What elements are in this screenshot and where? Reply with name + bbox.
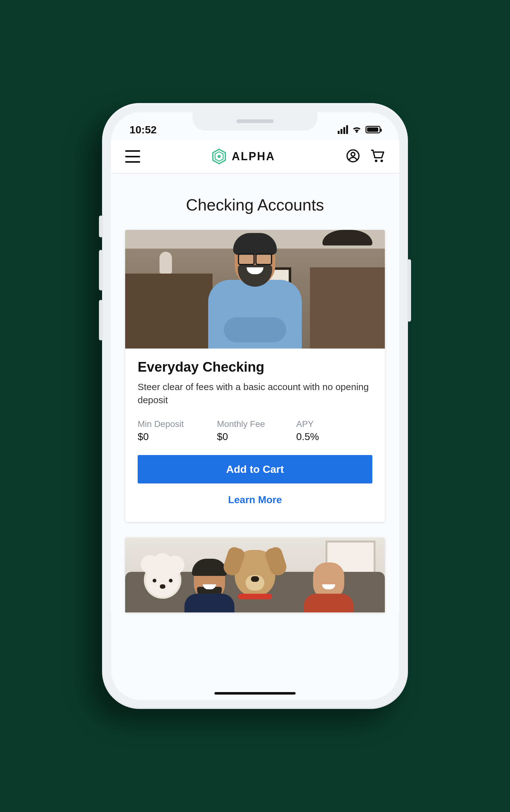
battery-icon — [365, 126, 381, 133]
svg-point-6 — [381, 160, 383, 162]
card-stats: Min Deposit $0 Monthly Fee $0 APY 0.5% — [138, 419, 372, 442]
page-title: Checking Accounts — [125, 196, 385, 214]
notch — [192, 112, 318, 130]
svg-point-4 — [351, 152, 355, 156]
home-indicator[interactable] — [214, 692, 296, 695]
svg-point-2 — [217, 155, 221, 158]
stat-label: Min Deposit — [138, 419, 214, 429]
stat-apy: APY 0.5% — [296, 419, 372, 442]
account-icon[interactable] — [346, 149, 360, 164]
stat-value: 0.5% — [296, 431, 372, 442]
brand-name: ALPHA — [232, 150, 275, 163]
app-header: ALPHA — [111, 140, 399, 174]
stat-label: Monthly Fee — [217, 419, 293, 429]
stat-monthly-fee: Monthly Fee $0 — [217, 419, 293, 442]
card-description: Steer clear of fees with a basic account… — [138, 380, 372, 407]
add-to-cart-button[interactable]: Add to Cart — [138, 455, 372, 484]
stat-value: $0 — [138, 431, 214, 442]
learn-more-link[interactable]: Learn More — [138, 492, 372, 508]
phone-frame: 10:52 ALPHA — [102, 103, 408, 709]
card-title: Everyday Checking — [138, 359, 372, 375]
menu-icon[interactable] — [125, 150, 140, 163]
cart-icon[interactable] — [370, 149, 385, 164]
svg-point-5 — [375, 160, 377, 162]
status-time: 10:52 — [129, 124, 157, 136]
brand-logo-icon — [211, 149, 227, 164]
screen: 10:52 ALPHA — [111, 112, 399, 700]
brand[interactable]: ALPHA — [211, 149, 275, 164]
card-image — [125, 230, 385, 349]
wifi-icon — [352, 126, 362, 133]
stat-label: APY — [296, 419, 372, 429]
cellular-icon — [338, 125, 348, 134]
product-card-image-2 — [125, 538, 385, 612]
content: Checking Accounts — [111, 174, 399, 612]
product-card-everyday-checking: Everyday Checking Steer clear of fees wi… — [125, 230, 385, 522]
stat-min-deposit: Min Deposit $0 — [138, 419, 214, 442]
stat-value: $0 — [217, 431, 293, 442]
